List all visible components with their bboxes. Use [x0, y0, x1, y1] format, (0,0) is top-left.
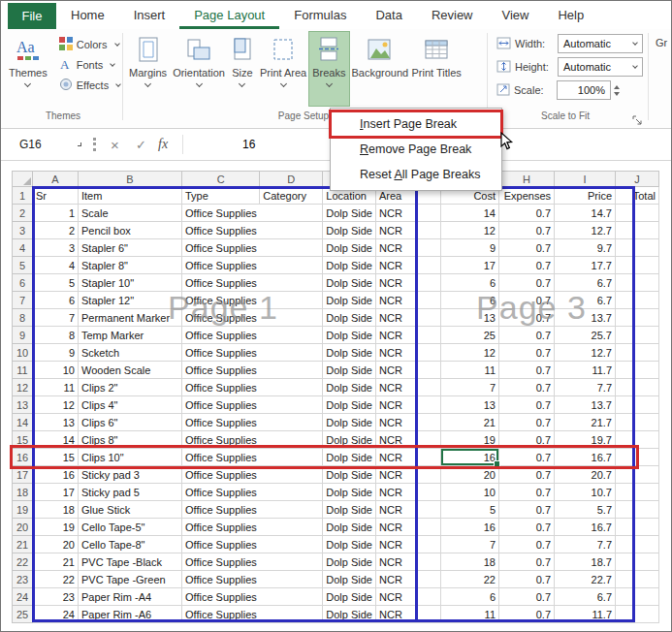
- cell-C15[interactable]: Office Supplies: [182, 431, 260, 449]
- cell-I18[interactable]: 10.7: [555, 484, 616, 501]
- row-header-2[interactable]: 2: [13, 205, 33, 222]
- cell-H21[interactable]: 0.7: [499, 536, 555, 553]
- cell-B24[interactable]: Paper Rim -A4: [79, 588, 182, 606]
- cell-E17[interactable]: Dolp Side: [323, 466, 376, 484]
- column-header-J[interactable]: J: [616, 172, 659, 187]
- cell-I20[interactable]: 16.7: [555, 519, 616, 536]
- cell-F5[interactable]: NCR: [376, 257, 441, 274]
- cell-C13[interactable]: Office Supplies: [182, 396, 260, 414]
- cell-H20[interactable]: 0.7: [499, 519, 555, 536]
- cell-E23[interactable]: Dolp Side: [323, 571, 376, 588]
- insert-function-icon[interactable]: fx: [158, 137, 168, 152]
- cell-D11[interactable]: [260, 362, 323, 379]
- cell-B7[interactable]: Stapler 12": [79, 292, 182, 309]
- cell-G25[interactable]: 11: [441, 606, 499, 623]
- cell-G21[interactable]: 7: [441, 536, 499, 553]
- cell-D20[interactable]: [260, 519, 323, 536]
- cell-I17[interactable]: 20.7: [555, 466, 616, 484]
- cell-J2[interactable]: [616, 205, 659, 222]
- cell-F10[interactable]: NCR: [376, 344, 441, 362]
- scale-spinner[interactable]: [614, 85, 620, 96]
- row-header-1[interactable]: 1: [13, 187, 33, 205]
- cell-G16[interactable]: 16: [441, 449, 499, 466]
- cell-C11[interactable]: Office Supplies: [182, 362, 260, 379]
- cell-E8[interactable]: Dolp Side: [323, 309, 376, 327]
- cell-J22[interactable]: [616, 553, 659, 571]
- cell-H3[interactable]: 0.7: [499, 222, 555, 239]
- cell-I16[interactable]: 16.7: [555, 449, 616, 466]
- cell-A8[interactable]: 7: [33, 309, 79, 327]
- cell-D19[interactable]: [260, 501, 323, 519]
- print-area-button[interactable]: Print Area: [257, 32, 309, 106]
- cell-D7[interactable]: [260, 292, 323, 309]
- cell-J8[interactable]: [616, 309, 659, 327]
- cell-B5[interactable]: Stapler 8": [79, 257, 182, 274]
- row-header-9[interactable]: 9: [13, 327, 33, 344]
- cell-C22[interactable]: Office Supplies: [182, 553, 260, 571]
- cell-D12[interactable]: [260, 379, 323, 396]
- cell-E4[interactable]: Dolp Side: [323, 239, 376, 257]
- cell-I2[interactable]: 14.7: [555, 205, 616, 222]
- cell-E22[interactable]: Dolp Side: [323, 553, 376, 571]
- cell-F8[interactable]: NCR: [376, 309, 441, 327]
- colors-button[interactable]: Colors: [56, 35, 123, 53]
- cell-C9[interactable]: Office Supplies: [182, 327, 260, 344]
- cell-J1[interactable]: Total: [616, 187, 659, 205]
- cell-B22[interactable]: PVC Tape -Black: [79, 553, 182, 571]
- cell-H18[interactable]: 0.7: [499, 484, 555, 501]
- cell-B1[interactable]: Item: [79, 187, 182, 205]
- cell-C18[interactable]: Office Supplies: [182, 484, 260, 501]
- cell-H19[interactable]: 0.7: [499, 501, 555, 519]
- row-header-10[interactable]: 10: [13, 344, 33, 362]
- cell-J20[interactable]: [616, 519, 659, 536]
- cell-D14[interactable]: [260, 414, 323, 431]
- cell-D25[interactable]: [260, 606, 323, 623]
- cell-A6[interactable]: 5: [33, 274, 79, 292]
- cell-D1[interactable]: Category: [260, 187, 323, 205]
- cell-I7[interactable]: 6.7: [555, 292, 616, 309]
- cell-A1[interactable]: Sr: [33, 187, 79, 205]
- cell-A15[interactable]: 14: [33, 431, 79, 449]
- cell-C12[interactable]: Office Supplies: [182, 379, 260, 396]
- cell-D21[interactable]: [260, 536, 323, 553]
- cell-H23[interactable]: 0.7: [499, 571, 555, 588]
- cell-B17[interactable]: Sticky pad 3: [79, 466, 182, 484]
- cell-F2[interactable]: NCR: [376, 205, 441, 222]
- cell-F13[interactable]: NCR: [376, 396, 441, 414]
- cell-F25[interactable]: NCR: [376, 606, 441, 623]
- cell-C7[interactable]: Office Supplies: [182, 292, 260, 309]
- tab-home[interactable]: Home: [56, 3, 119, 29]
- column-header-H[interactable]: H: [499, 172, 555, 187]
- cell-E11[interactable]: Dolp Side: [323, 362, 376, 379]
- cell-C1[interactable]: Type: [182, 187, 260, 205]
- row-header-16[interactable]: 16: [13, 449, 33, 466]
- cell-J7[interactable]: [616, 292, 659, 309]
- cell-H6[interactable]: 0.7: [499, 274, 555, 292]
- cell-J16[interactable]: [616, 449, 659, 466]
- cell-G17[interactable]: 20: [441, 466, 499, 484]
- cell-B9[interactable]: Temp Marker: [79, 327, 182, 344]
- row-header-8[interactable]: 8: [13, 309, 33, 327]
- cell-G22[interactable]: 18: [441, 553, 499, 571]
- cell-J15[interactable]: [616, 431, 659, 449]
- cell-F16[interactable]: NCR: [376, 449, 441, 466]
- cell-G19[interactable]: 5: [441, 501, 499, 519]
- cell-H8[interactable]: 0.7: [499, 309, 555, 327]
- cell-E10[interactable]: Dolp Side: [323, 344, 376, 362]
- cell-G13[interactable]: 13: [441, 396, 499, 414]
- cell-B11[interactable]: Wooden Scale: [79, 362, 182, 379]
- cell-C16[interactable]: Office Supplies: [182, 449, 260, 466]
- cell-B18[interactable]: Sticky pad 5: [79, 484, 182, 501]
- tab-view[interactable]: View: [488, 3, 544, 29]
- cell-H13[interactable]: 0.7: [499, 396, 555, 414]
- cell-A21[interactable]: 20: [33, 536, 79, 553]
- cell-F9[interactable]: NCR: [376, 327, 441, 344]
- tab-data[interactable]: Data: [361, 3, 416, 29]
- cell-I25[interactable]: 11.7: [555, 606, 616, 623]
- cell-F17[interactable]: NCR: [376, 466, 441, 484]
- cell-A3[interactable]: 2: [33, 222, 79, 239]
- cell-D24[interactable]: [260, 588, 323, 606]
- cell-G7[interactable]: 6: [441, 292, 499, 309]
- cell-D22[interactable]: [260, 553, 323, 571]
- cell-B19[interactable]: Glue Stick: [79, 501, 182, 519]
